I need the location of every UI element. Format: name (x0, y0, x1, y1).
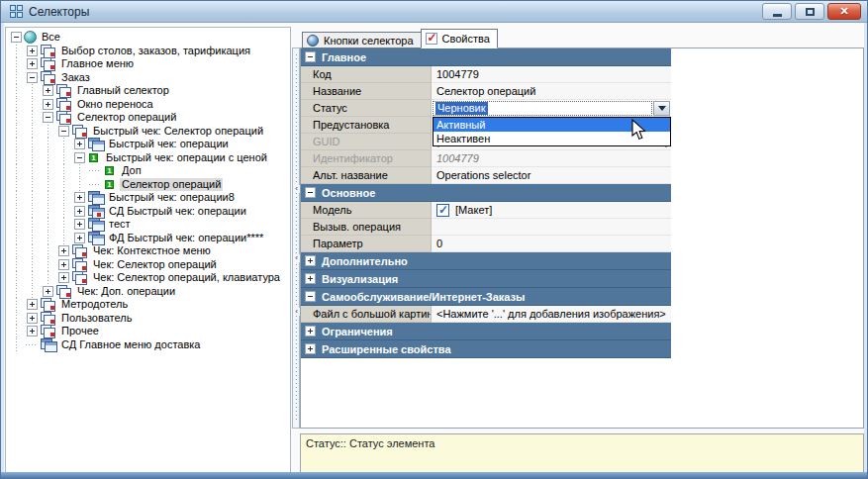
expand-icon[interactable] (74, 139, 85, 149)
expand-icon[interactable] (43, 286, 53, 297)
property-value[interactable]: Селектор операций (432, 83, 671, 100)
minimize-button[interactable] (762, 3, 792, 20)
tree-item[interactable]: Метродотель (6, 298, 290, 312)
panel-splitter[interactable]: ‹ ‹ ‹ (292, 48, 300, 429)
property-value[interactable]: Operations selector (432, 167, 671, 184)
expand-icon[interactable] (74, 219, 85, 230)
selector-group-icon (55, 84, 72, 97)
tree-item-label: Быстрый чек: Селектор операций (91, 125, 265, 138)
property-label: Статус (301, 100, 432, 117)
tab-label: Свойства (442, 33, 490, 45)
collapse-icon[interactable] (11, 32, 22, 43)
tree-item[interactable]: Чек: Селектор операций (6, 258, 290, 272)
expand-icon[interactable] (305, 255, 316, 266)
tree-item[interactable]: Чек: Доп. операции (6, 285, 290, 299)
expand-icon[interactable] (27, 313, 38, 324)
expand-icon[interactable] (74, 233, 85, 243)
tree-item[interactable]: Выбор столов, заказов, тарификация (6, 45, 290, 58)
tree-item-selected[interactable]: Селектор операций (6, 178, 290, 192)
section-ogranicheniya[interactable]: Ограничения (301, 323, 671, 340)
tree-item[interactable]: Быстрый чек: операции8 (6, 191, 290, 205)
section-vizualizaciya[interactable]: Визуализация (301, 270, 671, 288)
combo-dropdown-button[interactable] (653, 101, 670, 116)
section-label: Расширенные свойства (322, 343, 451, 355)
collapse-left-icon[interactable]: ‹ (293, 254, 300, 262)
expand-icon[interactable] (305, 273, 316, 284)
property-value: 1004779 (432, 150, 671, 167)
property-value[interactable]: <Нажмите '...' для добавления изображени… (432, 306, 671, 323)
selector-group-icon (71, 125, 88, 138)
collapse-icon[interactable] (305, 51, 316, 62)
tree-item[interactable]: Окно переноса (6, 98, 290, 112)
tree-item-label: Быстрый чек: операции8 (107, 191, 237, 204)
tree-item[interactable]: Главный селектор (6, 84, 290, 98)
expand-icon[interactable] (58, 245, 69, 256)
expand-icon[interactable] (74, 192, 85, 203)
tree-item[interactable]: Прочее (6, 325, 290, 338)
expand-icon[interactable] (43, 85, 53, 96)
collapse-icon[interactable] (27, 72, 38, 83)
expand-icon[interactable] (305, 326, 316, 336)
property-label: Модель (301, 202, 432, 219)
tree-item[interactable]: тест (6, 218, 290, 232)
expand-icon[interactable] (27, 299, 38, 310)
status-combobox[interactable]: Черновик (432, 100, 671, 117)
titlebar[interactable]: Селекторы ✕ (1, 1, 867, 23)
tree-item[interactable]: Пользователь (6, 312, 290, 326)
expand-icon[interactable] (58, 259, 69, 270)
collapse-icon[interactable] (305, 291, 316, 302)
tree-item[interactable]: СД Главное меню доставка (6, 338, 290, 352)
property-row-nazvanie: Название Селектор операций (301, 83, 671, 100)
tree-item-label: Селектор операций (75, 111, 178, 124)
property-hint-panel: Статус:: Статус элемента (300, 433, 864, 473)
tree-item[interactable]: ФД Быстрый чек: операции**** (6, 232, 290, 245)
tree-item[interactable]: Быстрый чек: Селектор операций (6, 125, 290, 139)
tree-item[interactable]: Чек: Селектор операций, клавиатура (6, 271, 290, 285)
tree-item[interactable]: Доп (6, 164, 290, 178)
collapse-icon[interactable] (58, 126, 69, 137)
checked-checkbox[interactable] (436, 204, 449, 217)
property-value[interactable] (432, 219, 671, 236)
property-value[interactable]: [Макет] (432, 202, 671, 219)
combo-edit[interactable]: Черновик (433, 101, 652, 116)
collapse-icon[interactable] (43, 112, 53, 123)
tab-properties[interactable]: Свойства (421, 29, 498, 48)
property-row-model: Модель [Макет] (301, 202, 671, 219)
tree-item-all[interactable]: Все (6, 31, 290, 45)
property-row-vyzyv-operaciya: Вызыв. операция (301, 219, 671, 236)
expand-icon[interactable] (58, 272, 69, 283)
tree-item[interactable]: СД Быстрый чек: операции (6, 205, 290, 219)
tree-item[interactable]: Чек: Контекстное меню (6, 244, 290, 258)
tree-item[interactable]: Главное меню (6, 57, 290, 71)
collapse-icon[interactable] (74, 152, 85, 163)
property-value[interactable]: 0 (432, 236, 671, 252)
expand-icon[interactable] (27, 326, 38, 336)
selector-group-icon (71, 271, 88, 284)
collapse-icon[interactable] (305, 187, 316, 198)
tree-item[interactable]: Заказ (6, 71, 290, 85)
property-label: GUID (301, 134, 432, 150)
tree-item-label: Чек: Доп. операции (75, 285, 177, 298)
section-samoobsluzhivanie[interactable]: Самообслуживание/Интернет-Заказы (301, 288, 671, 306)
collapse-left-icon[interactable]: ‹ (293, 185, 300, 193)
expand-icon[interactable] (43, 99, 53, 110)
close-button[interactable]: ✕ (827, 3, 861, 20)
selector-windows-icon (87, 138, 104, 150)
tree-item[interactable]: Быстрый чек: операции (6, 138, 290, 151)
tab-bar: Кнопки селектора Свойства (302, 29, 497, 48)
section-dopolnitelno[interactable]: Дополнительно (301, 252, 671, 270)
tree-item[interactable]: Селектор операций (6, 111, 290, 125)
expand-icon[interactable] (305, 343, 316, 354)
tab-selector-buttons[interactable]: Кнопки селектора (302, 32, 422, 48)
expand-icon[interactable] (27, 58, 38, 69)
collapse-left-icon[interactable]: ‹ (293, 308, 300, 316)
property-label: Предустановка (301, 117, 432, 134)
tree-item[interactable]: Быстрый чек: операции с ценой (6, 151, 290, 165)
expand-icon[interactable] (27, 46, 38, 56)
section-rasshirennye-svoistva[interactable]: Расширенные свойства (301, 340, 671, 358)
property-value[interactable]: 1004779 (432, 66, 671, 83)
maximize-button[interactable] (795, 3, 824, 20)
section-glavnoe[interactable]: Главное (301, 48, 671, 66)
section-osnovnoe[interactable]: Основное (301, 184, 671, 202)
expand-icon[interactable] (74, 206, 85, 217)
